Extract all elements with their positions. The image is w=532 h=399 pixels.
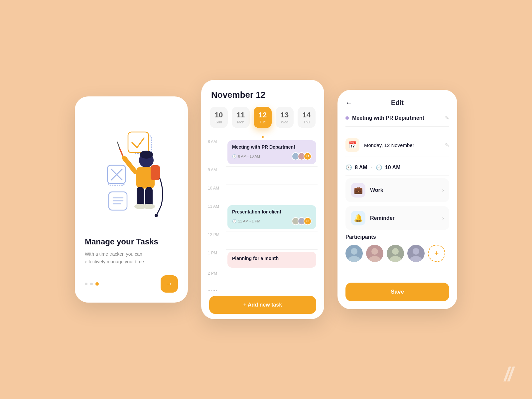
time-start-value: 🕗 8 AM (345, 164, 367, 171)
task-card-planning[interactable]: Planning for a month (227, 252, 316, 268)
reminder-option-card[interactable]: 🔔 Reminder › (345, 206, 449, 230)
task-card-meeting[interactable]: Meeting with PR Department 🕗 8 AM - 10 A… (227, 140, 316, 164)
participants-section: Participants + (345, 234, 449, 262)
illustration-area (85, 106, 178, 237)
time-label-2pm: 2 PM (208, 270, 226, 276)
category-option-card[interactable]: 💼 Work › (345, 178, 449, 202)
svg-point-21 (155, 214, 158, 217)
date-item-13[interactable]: 13 Wed (276, 107, 294, 128)
onboarding-title: Manage your Tasks (85, 237, 178, 246)
time-row-9am: 9 AM (208, 166, 318, 185)
schedule-area: 8 AM Meeting with PR Department 🕗 8 AM -… (208, 138, 318, 291)
edit-date-field[interactable]: 📅 Monday, 12 November ✎ (345, 133, 449, 157)
task-time-text-meeting: 8 AM - 10 AM (238, 154, 260, 158)
clock-icon-presentation: 🕗 (232, 219, 237, 223)
time-content-8am: Meeting with PR Department 🕗 8 AM - 10 A… (226, 138, 318, 166)
reminder-label: Reminder (370, 215, 438, 221)
edit-date-icon[interactable]: ✎ (445, 142, 449, 148)
decorative-slashes: // (502, 363, 514, 386)
task-time-presentation: 🕗 11 AM - 1 PM (232, 219, 260, 223)
svg-rect-2 (128, 132, 149, 153)
time-slots: 8 AM Meeting with PR Department 🕗 8 AM -… (208, 138, 318, 291)
time-label-3pm: 3 PM (208, 288, 226, 291)
category-chevron-icon: › (442, 187, 444, 193)
date-value: Monday, 12 November (364, 142, 440, 148)
onboarding-text-block: Manage your Tasks With a time tracker, y… (85, 237, 178, 269)
date-day-14: Thu (304, 120, 310, 124)
date-day-12: Tue (260, 120, 266, 124)
add-participant-button[interactable]: + (428, 245, 445, 262)
task-title-planning: Planning for a month (232, 256, 312, 261)
clock-icon-end: 🕙 (376, 164, 382, 171)
date-num-10: 10 (215, 111, 223, 119)
svg-point-15 (122, 156, 126, 160)
clock-icon-start: 🕗 (345, 164, 352, 171)
time-row-3pm: 3 PM (208, 288, 318, 291)
time-label-11am: 11 AM (208, 203, 226, 209)
svg-line-22 (117, 142, 120, 149)
time-label-8am: 8 AM (208, 138, 226, 144)
participant-3 (387, 245, 404, 262)
dot-3-active (95, 282, 99, 286)
task-meta-presentation: 🕗 11 AM - 1 PM +5 (232, 217, 312, 225)
time-label-10am: 10 AM (208, 185, 226, 191)
edit-task-name-icon[interactable]: ✎ (445, 115, 449, 121)
time-content-9am (226, 166, 318, 185)
time-separator: - (371, 165, 372, 171)
next-button[interactable]: → (161, 275, 178, 293)
task-avatars-presentation: +5 (294, 217, 312, 225)
svg-point-27 (371, 248, 378, 255)
participant-2 (366, 245, 383, 262)
svg-line-14 (125, 159, 135, 172)
category-label: Work (370, 187, 438, 193)
time-start-text: 8 AM (355, 165, 367, 171)
calendar-screen: November 12 10 Sun 11 Mon 12 Tue 13 Wed … (201, 80, 324, 319)
date-item-12-active[interactable]: 12 Tue (254, 107, 272, 128)
date-item-10[interactable]: 10 Sun (210, 107, 228, 128)
onboarding-footer: → (85, 275, 178, 293)
time-content-10am (226, 185, 318, 203)
date-item-14[interactable]: 14 Thu (298, 107, 316, 128)
svg-point-11 (140, 151, 153, 159)
dot-2 (90, 283, 93, 285)
participant-1 (345, 245, 363, 262)
task-card-presentation[interactable]: Presentation for client 🕗 11 AM - 1 PM +… (227, 205, 316, 229)
task-title-presentation: Presentation for client (232, 209, 312, 214)
svg-point-33 (413, 248, 419, 255)
clock-icon-meeting: 🕗 (232, 154, 237, 159)
avatar-count-presentation: +5 (304, 217, 312, 225)
task-color-dot (345, 116, 349, 120)
participant-4 (407, 245, 425, 262)
participants-title: Participants (345, 234, 449, 240)
time-content-1pm: Planning for a month (226, 249, 318, 270)
task-title-meeting: Meeting with PR Department (232, 144, 312, 150)
back-button[interactable]: ← (345, 99, 352, 107)
calendar-icon: 📅 (348, 141, 357, 149)
edit-time-row[interactable]: 🕗 8 AM - 🕙 10 AM (345, 160, 449, 176)
time-content-2pm (226, 270, 318, 288)
svg-rect-13 (151, 165, 160, 180)
time-row-11am: 11 AM Presentation for client 🕗 11 AM - … (208, 203, 318, 231)
task-illustration (95, 125, 168, 218)
task-avatars-meeting: +2 (294, 152, 312, 160)
date-num-11: 11 (237, 111, 245, 119)
svg-point-20 (143, 204, 155, 209)
date-day-11: Mon (237, 120, 244, 124)
task-time-meeting: 🕗 8 AM - 10 AM (232, 154, 260, 159)
time-row-10am: 10 AM (208, 185, 318, 203)
date-day-10: Sun (215, 120, 222, 124)
add-task-button[interactable]: + Add new task (209, 296, 316, 314)
time-row-12pm: 12 PM (208, 231, 318, 249)
date-item-11[interactable]: 11 Mon (232, 107, 250, 128)
reminder-chevron-icon: › (442, 215, 444, 221)
time-end-value: 🕙 10 AM (376, 164, 401, 171)
onboarding-screen: Manage your Tasks With a time tracker, y… (75, 96, 188, 303)
reminder-bell-icon: 🔔 (354, 214, 363, 222)
task-meta-meeting: 🕗 8 AM - 10 AM +2 (232, 152, 312, 160)
save-button[interactable]: Save (345, 283, 449, 301)
svg-line-16 (120, 149, 123, 156)
time-row-8am: 8 AM Meeting with PR Department 🕗 8 AM -… (208, 138, 318, 166)
time-content-11am: Presentation for client 🕗 11 AM - 1 PM +… (226, 203, 318, 231)
work-briefcase-icon: 💼 (354, 186, 363, 195)
svg-point-24 (351, 248, 357, 255)
